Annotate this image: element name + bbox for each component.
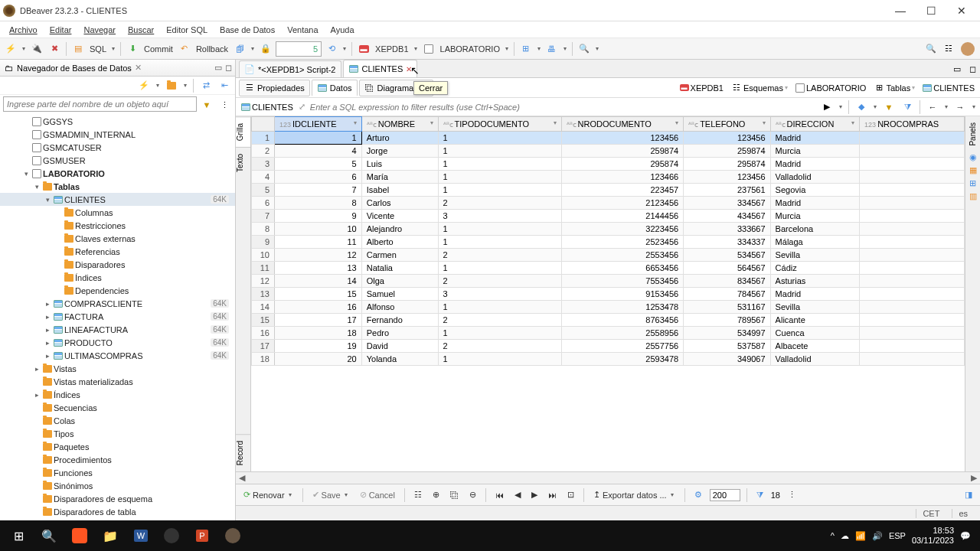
menu-ayuda[interactable]: Ayuda	[325, 24, 361, 36]
col-direccion[interactable]: ᴬᴮᴄDIRECCION▾	[770, 117, 860, 132]
system-tray[interactable]: ^ ☁ 📶 🔊 ESP 18:5303/11/2023 💬	[825, 526, 977, 546]
edit-row-button[interactable]: ☷	[411, 488, 425, 501]
table-row[interactable]: 11Arturo1123456123456Madrid	[252, 132, 965, 145]
last-page-button[interactable]: ⏭	[545, 489, 560, 501]
subtab-propiedades[interactable]: ☰Propiedades	[239, 80, 310, 96]
menu-ventana[interactable]: Ventana	[281, 24, 324, 36]
disconnect-button[interactable]: ✖	[47, 41, 62, 57]
nav-back-button[interactable]: ←	[925, 99, 940, 116]
tray-notification-icon[interactable]: 💬	[960, 531, 971, 541]
explorer-icon[interactable]: 📁	[95, 520, 126, 551]
table-row[interactable]: 79Vicente32144456434567Murcia	[252, 210, 965, 223]
col-nrocompras[interactable]: 123NROCOMPRAS	[860, 117, 965, 132]
tree-node[interactable]: Referencias	[0, 245, 235, 258]
tray-cloud-icon[interactable]: ☁	[841, 531, 849, 541]
cancel-button[interactable]: ⊘Cancel	[357, 488, 398, 501]
search-taskbar-icon[interactable]: 🔍	[34, 520, 64, 551]
connection-selector[interactable]: XEPDB1	[374, 44, 410, 54]
filter-icon[interactable]: ▼	[199, 96, 214, 113]
navigator-tree[interactable]: GGSYSGSMADMIN_INTERNALGSMCATUSERGSMUSER▾…	[0, 113, 235, 520]
table-row[interactable]: 1012Carmen22553456534567Sevilla	[252, 249, 965, 262]
tree-node[interactable]: Tipos	[0, 427, 235, 440]
duplicate-row-button[interactable]: ⿻	[447, 489, 462, 501]
tree-node[interactable]: Disparadores de esquema	[0, 492, 235, 505]
table-row[interactable]: 1214Olga27553456834567Asturias	[252, 275, 965, 288]
tree-node[interactable]: GSMCATUSER	[0, 141, 235, 154]
tree-node[interactable]: ▾Tablas	[0, 180, 235, 193]
sql-drop[interactable]: ▾	[110, 45, 116, 52]
settings-gear-icon[interactable]: ⚙	[691, 488, 705, 501]
tree-node[interactable]: ▸LINEAFACTURA64K	[0, 323, 235, 336]
tree-node[interactable]: Paquetes	[0, 440, 235, 453]
lock-button[interactable]: 🔒	[258, 41, 273, 57]
print-button[interactable]: 🖶	[544, 41, 560, 57]
tree-node[interactable]: Índices	[0, 271, 235, 284]
clear-filter-button[interactable]: ◆	[854, 99, 869, 116]
history-button[interactable]: ⟲	[324, 41, 339, 57]
next-page-button[interactable]: ▶	[528, 488, 541, 501]
table-row[interactable]: 1315Samuel39153456784567Madrid	[252, 288, 965, 301]
nav-collapse-button[interactable]: ⇤	[217, 77, 232, 94]
table-row[interactable]: 1416Alfonso11253478531167Sevilla	[252, 301, 965, 314]
menu-editorsql[interactable]: Editor SQL	[160, 24, 214, 36]
close-tab-icon[interactable]: ✕	[406, 65, 412, 73]
subtab-datos[interactable]: Datos	[312, 80, 358, 96]
txn-button[interactable]: 🗐	[232, 41, 247, 57]
bc-table[interactable]: CLIENTES	[920, 83, 977, 93]
mode-record[interactable]: Record	[236, 434, 250, 471]
menu-buscar[interactable]: Buscar	[122, 24, 160, 36]
tree-node[interactable]: Colas	[0, 414, 235, 427]
table-row[interactable]: 35Luis1295874295874Madrid	[252, 158, 965, 171]
table-row[interactable]: 24Jorge1259874259874Murcia	[252, 145, 965, 158]
panel-icon-4[interactable]: ▥	[969, 191, 977, 201]
mode-texto[interactable]: Texto	[236, 147, 250, 178]
filter-funnel-icon[interactable]: ⧩	[900, 99, 915, 116]
table-row[interactable]: 1719David22557756537587Albacete	[252, 340, 965, 353]
tree-node[interactable]: Funciones	[0, 466, 235, 479]
connect-button[interactable]: 🔌	[29, 41, 44, 57]
table-row[interactable]: 46María1123466123456Valladolid	[252, 171, 965, 184]
table-row[interactable]: 1113Natalia16653456564567Cádiz	[252, 262, 965, 275]
grid-view-button[interactable]: ⊞	[518, 41, 534, 57]
sql-limit-input[interactable]	[276, 41, 322, 57]
filter-settings-icon[interactable]: ▼	[881, 99, 897, 116]
save-button[interactable]: ✔Save▾	[309, 488, 352, 501]
nav-folder-button[interactable]	[164, 77, 179, 94]
first-page-button[interactable]: ⏮	[492, 489, 507, 501]
navigator-filter-input[interactable]	[3, 96, 197, 112]
start-button[interactable]: ⊞	[3, 520, 34, 551]
bc-tables[interactable]: ⊞Tablas▾	[871, 83, 917, 93]
sql-editor-button[interactable]: ▤	[70, 41, 86, 57]
close-button[interactable]: ✕	[946, 0, 977, 21]
navigator-close-icon[interactable]: ✕	[135, 63, 142, 73]
table-row[interactable]: 1618Pedro12558956534997Cuenca	[252, 327, 965, 340]
menu-navegar[interactable]: Navegar	[77, 24, 122, 36]
table-row[interactable]: 1517Fernando28763456789567Alicante	[252, 314, 965, 327]
mode-grilla[interactable]: Grilla	[236, 116, 250, 147]
tree-node[interactable]: Restricciones	[0, 219, 235, 232]
tree-node[interactable]: ▸PRODUCTO64K	[0, 336, 235, 349]
col-tipodocumento[interactable]: ᴬᴮᴄTIPODOCUMENTO▾	[438, 117, 561, 132]
delete-row-button[interactable]: ⊖	[466, 488, 479, 501]
fetch-size-input[interactable]	[710, 489, 740, 501]
user-button[interactable]	[959, 41, 977, 57]
minimize-button[interactable]: —	[885, 0, 916, 21]
tree-node[interactable]: Columnas	[0, 206, 235, 219]
tree-node[interactable]: Disparadores de tabla	[0, 505, 235, 518]
bc-schemas[interactable]: ☷Esquemas▾	[729, 83, 790, 93]
refresh-button[interactable]: ⟳Renovar▾	[240, 488, 296, 501]
tab-clientes[interactable]: CLIENTES ✕	[343, 60, 418, 77]
new-connection-drop[interactable]: ▾	[21, 45, 27, 52]
nav-fwd-button[interactable]: →	[952, 99, 968, 116]
rownum-header[interactable]	[252, 117, 275, 132]
filter-menu-icon[interactable]: ⋮	[217, 96, 232, 113]
col-nrodocumento[interactable]: ᴬᴮᴄNRODOCUMENTO▾	[561, 117, 684, 132]
horizontal-scrollbar[interactable]: ◀▶	[236, 471, 980, 484]
col-telefono[interactable]: ᴬᴮᴄTELEFONO▾	[684, 117, 770, 132]
data-grid[interactable]: 123IDCLIENTE▾ ᴬᴮᴄNOMBRE▾ ᴬᴮᴄTIPODOCUMENT…	[251, 116, 965, 366]
tree-node[interactable]: Sinónimos	[0, 479, 235, 492]
panel-icon-2[interactable]: ▦	[969, 165, 977, 175]
word-icon[interactable]: W	[126, 520, 156, 551]
perspective-button[interactable]: ☷	[941, 41, 956, 57]
tray-lang[interactable]: ESP	[889, 531, 906, 540]
